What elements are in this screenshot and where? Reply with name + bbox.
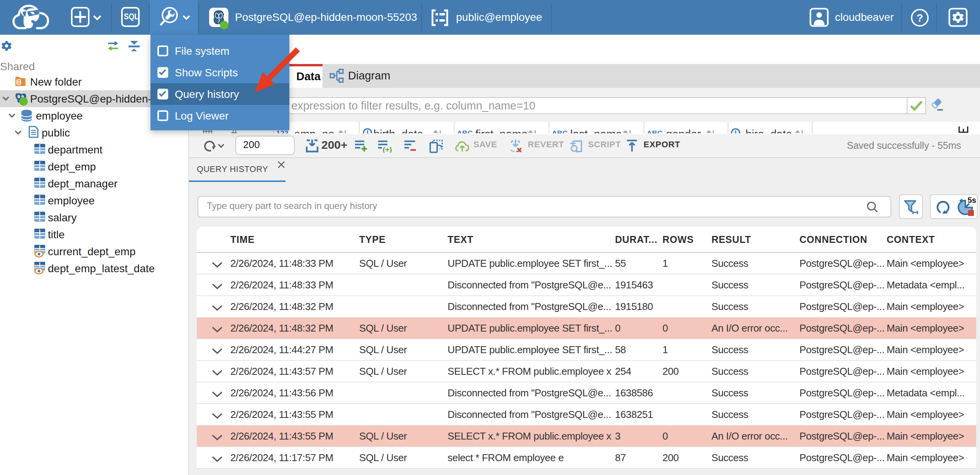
svg-text:(+): (+) xyxy=(383,145,392,152)
svg-text:?: ? xyxy=(916,12,923,24)
